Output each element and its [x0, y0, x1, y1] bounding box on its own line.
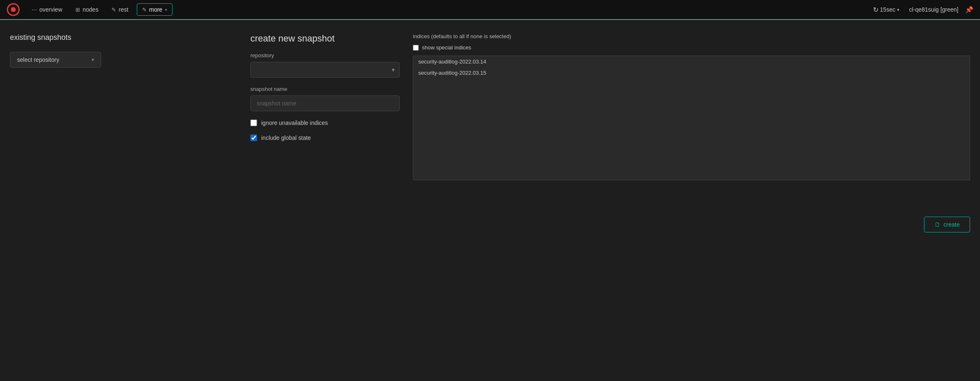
refresh-icon: ↻ [873, 6, 878, 14]
chevron-down-icon: ▾ [165, 7, 167, 12]
snapshot-name-label: snapshot name [250, 86, 400, 92]
rest-icon: ✎ [112, 7, 116, 13]
cluster-label: cl-qe81suig [green] [909, 6, 958, 13]
ignore-unavailable-label[interactable]: ignore unavailable indices [261, 120, 328, 126]
nav-label-more: more [149, 6, 163, 13]
indices-panel: indices (defaults to all if none is sele… [413, 33, 970, 180]
bottom-bar: 🗋 create [0, 210, 980, 239]
create-button[interactable]: 🗋 create [924, 217, 970, 232]
create-button-icon: 🗋 [934, 221, 940, 228]
nav-right: ↻ 15sec ▾ cl-qe81suig [green] 📌 [870, 4, 973, 15]
indices-list[interactable]: security-auditlog-2022.03.14security-aud… [413, 56, 970, 180]
index-list-item[interactable]: security-auditlog-2022.03.14 [413, 56, 970, 67]
indices-title: indices (defaults to all if none is sele… [413, 33, 970, 39]
svg-point-1 [11, 7, 16, 12]
index-list-item[interactable]: security-auditlog-2022.03.15 [413, 67, 970, 78]
create-snapshot-panel: create new snapshot repository ▾ snapsho… [250, 33, 400, 180]
nav-item-more[interactable]: ✎ more ▾ [137, 3, 172, 16]
show-special-indices-checkbox[interactable] [413, 45, 419, 51]
overview-icon: ⋯ [32, 7, 37, 13]
create-button-label: create [944, 221, 960, 228]
refresh-label: 15sec [880, 6, 895, 13]
ignore-unavailable-row: ignore unavailable indices [250, 120, 400, 126]
snapshot-name-field-group: snapshot name [250, 86, 400, 111]
ignore-unavailable-checkbox[interactable] [250, 120, 257, 126]
pin-icon[interactable]: 📌 [965, 6, 973, 14]
refresh-control[interactable]: ↻ 15sec ▾ [870, 4, 902, 15]
repository-select[interactable] [250, 62, 400, 78]
more-icon: ✎ [142, 7, 147, 13]
right-section: create new snapshot repository ▾ snapsho… [250, 33, 970, 180]
include-global-state-row: include global state [250, 134, 400, 141]
show-special-indices-label[interactable]: show special indices [422, 44, 471, 51]
main-content: existing snapshots select repository ▾ c… [0, 20, 980, 193]
select-repo-label: select repository [17, 56, 59, 63]
snapshot-name-input[interactable] [250, 95, 400, 111]
include-global-state-label[interactable]: include global state [261, 134, 311, 141]
navbar: ⋯ overview ⊞ nodes ✎ rest ✎ more ▾ ↻ 15s… [0, 0, 980, 20]
nav-item-nodes[interactable]: ⊞ nodes [70, 4, 103, 15]
create-snapshot-title: create new snapshot [250, 33, 400, 44]
select-repository-dropdown[interactable]: select repository ▾ [10, 52, 101, 68]
include-global-state-checkbox[interactable] [250, 134, 257, 141]
existing-snapshots-panel: existing snapshots select repository ▾ [10, 33, 234, 180]
nodes-icon: ⊞ [75, 7, 80, 13]
repository-field-group: repository ▾ [250, 52, 400, 78]
app-logo[interactable] [7, 3, 20, 16]
nav-label-overview: overview [39, 6, 62, 13]
repository-select-wrapper: ▾ [250, 62, 400, 78]
nav-label-nodes: nodes [82, 6, 98, 13]
existing-snapshots-title: existing snapshots [10, 33, 234, 42]
nav-item-rest[interactable]: ✎ rest [107, 4, 133, 15]
repository-label: repository [250, 52, 400, 59]
refresh-chevron-icon: ▾ [897, 7, 899, 12]
nav-item-overview[interactable]: ⋯ overview [27, 4, 67, 15]
show-special-indices-row: show special indices [413, 44, 970, 51]
dropdown-chevron-icon: ▾ [92, 57, 94, 63]
nav-label-rest: rest [119, 6, 128, 13]
